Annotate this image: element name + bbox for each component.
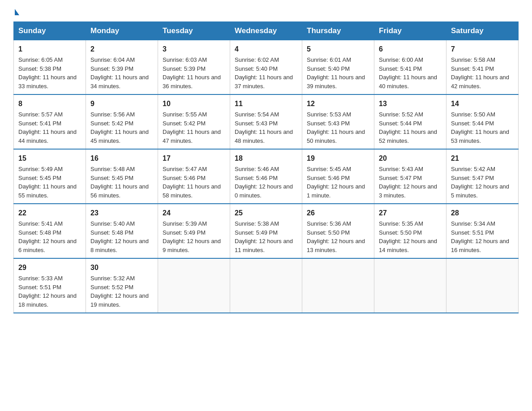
day-info: Sunrise: 5:33 AMSunset: 5:51 PMDaylight:… xyxy=(18,274,81,309)
day-number: 25 xyxy=(235,208,297,218)
day-info: Sunrise: 5:49 AMSunset: 5:45 PMDaylight:… xyxy=(18,165,81,200)
calendar-day-cell: 9Sunrise: 5:56 AMSunset: 5:42 PMDaylight… xyxy=(86,94,158,149)
day-number: 16 xyxy=(90,153,153,164)
calendar-day-cell xyxy=(302,258,374,313)
calendar-day-cell: 26Sunrise: 5:36 AMSunset: 5:50 PMDayligh… xyxy=(302,204,374,258)
day-number: 1 xyxy=(18,44,81,55)
day-info: Sunrise: 5:53 AMSunset: 5:43 PMDaylight:… xyxy=(307,110,369,145)
calendar-day-header: Wednesday xyxy=(230,22,302,40)
calendar-day-cell: 11Sunrise: 5:54 AMSunset: 5:43 PMDayligh… xyxy=(230,94,302,149)
calendar-day-cell: 14Sunrise: 5:50 AMSunset: 5:44 PMDayligh… xyxy=(446,94,519,149)
day-info: Sunrise: 5:39 AMSunset: 5:49 PMDaylight:… xyxy=(163,219,225,254)
calendar-day-header: Thursday xyxy=(302,22,374,40)
calendar-day-cell: 16Sunrise: 5:48 AMSunset: 5:45 PMDayligh… xyxy=(86,149,158,204)
day-info: Sunrise: 5:46 AMSunset: 5:46 PMDaylight:… xyxy=(235,165,297,200)
calendar-day-cell: 2Sunrise: 6:04 AMSunset: 5:39 PMDaylight… xyxy=(86,40,158,95)
calendar-day-cell: 12Sunrise: 5:53 AMSunset: 5:43 PMDayligh… xyxy=(302,94,374,149)
day-number: 17 xyxy=(163,153,225,164)
calendar-day-cell: 15Sunrise: 5:49 AMSunset: 5:45 PMDayligh… xyxy=(14,149,86,204)
calendar-week-row: 15Sunrise: 5:49 AMSunset: 5:45 PMDayligh… xyxy=(14,149,519,204)
calendar-week-row: 29Sunrise: 5:33 AMSunset: 5:51 PMDayligh… xyxy=(14,258,519,313)
day-info: Sunrise: 6:02 AMSunset: 5:40 PMDaylight:… xyxy=(235,56,297,90)
calendar-day-header: Sunday xyxy=(14,22,86,40)
day-number: 3 xyxy=(163,44,225,55)
calendar-day-cell: 24Sunrise: 5:39 AMSunset: 5:49 PMDayligh… xyxy=(158,204,230,258)
day-number: 20 xyxy=(379,153,442,164)
day-info: Sunrise: 6:00 AMSunset: 5:41 PMDaylight:… xyxy=(379,56,442,90)
day-number: 2 xyxy=(90,44,153,55)
calendar-day-cell: 20Sunrise: 5:43 AMSunset: 5:47 PMDayligh… xyxy=(374,149,446,204)
day-info: Sunrise: 5:54 AMSunset: 5:43 PMDaylight:… xyxy=(235,110,297,145)
calendar-table: SundayMondayTuesdayWednesdayThursdayFrid… xyxy=(13,21,519,313)
day-info: Sunrise: 5:55 AMSunset: 5:42 PMDaylight:… xyxy=(163,110,225,145)
calendar-day-cell: 29Sunrise: 5:33 AMSunset: 5:51 PMDayligh… xyxy=(14,258,86,313)
calendar-day-cell: 28Sunrise: 5:34 AMSunset: 5:51 PMDayligh… xyxy=(446,204,519,258)
day-number: 7 xyxy=(451,44,514,55)
calendar-day-cell: 30Sunrise: 5:32 AMSunset: 5:52 PMDayligh… xyxy=(86,258,158,313)
day-number: 22 xyxy=(18,208,81,218)
calendar-day-cell: 22Sunrise: 5:41 AMSunset: 5:48 PMDayligh… xyxy=(14,204,86,258)
day-number: 26 xyxy=(307,208,369,218)
calendar-day-cell: 19Sunrise: 5:45 AMSunset: 5:46 PMDayligh… xyxy=(302,149,374,204)
day-number: 15 xyxy=(18,153,81,164)
day-info: Sunrise: 5:56 AMSunset: 5:42 PMDaylight:… xyxy=(90,110,153,145)
calendar-week-row: 1Sunrise: 6:05 AMSunset: 5:38 PMDaylight… xyxy=(14,40,519,95)
calendar-day-cell: 13Sunrise: 5:52 AMSunset: 5:44 PMDayligh… xyxy=(374,94,446,149)
calendar-week-row: 22Sunrise: 5:41 AMSunset: 5:48 PMDayligh… xyxy=(14,204,519,258)
logo xyxy=(13,9,19,14)
calendar-header-row: SundayMondayTuesdayWednesdayThursdayFrid… xyxy=(14,22,519,40)
calendar-day-header: Monday xyxy=(86,22,158,40)
calendar-day-cell xyxy=(446,258,519,313)
calendar-day-cell: 5Sunrise: 6:01 AMSunset: 5:40 PMDaylight… xyxy=(302,40,374,95)
day-number: 13 xyxy=(379,98,442,109)
day-info: Sunrise: 5:48 AMSunset: 5:45 PMDaylight:… xyxy=(90,165,153,200)
day-number: 6 xyxy=(379,44,442,55)
day-number: 19 xyxy=(307,153,369,164)
day-info: Sunrise: 6:04 AMSunset: 5:39 PMDaylight:… xyxy=(90,56,153,90)
day-number: 11 xyxy=(235,98,297,109)
day-number: 27 xyxy=(379,208,442,218)
calendar-day-cell: 4Sunrise: 6:02 AMSunset: 5:40 PMDaylight… xyxy=(230,40,302,95)
day-number: 28 xyxy=(451,208,514,218)
day-number: 30 xyxy=(90,262,153,273)
day-number: 8 xyxy=(18,98,81,109)
day-info: Sunrise: 6:01 AMSunset: 5:40 PMDaylight:… xyxy=(307,56,369,90)
day-number: 23 xyxy=(90,208,153,218)
day-info: Sunrise: 5:41 AMSunset: 5:48 PMDaylight:… xyxy=(18,219,81,254)
day-number: 18 xyxy=(235,153,297,164)
logo-triangle-icon xyxy=(15,9,19,15)
calendar-day-cell: 25Sunrise: 5:38 AMSunset: 5:49 PMDayligh… xyxy=(230,204,302,258)
calendar-day-header: Friday xyxy=(374,22,446,40)
calendar-day-cell: 10Sunrise: 5:55 AMSunset: 5:42 PMDayligh… xyxy=(158,94,230,149)
calendar-week-row: 8Sunrise: 5:57 AMSunset: 5:41 PMDaylight… xyxy=(14,94,519,149)
calendar-day-cell: 7Sunrise: 5:58 AMSunset: 5:41 PMDaylight… xyxy=(446,40,519,95)
day-info: Sunrise: 5:32 AMSunset: 5:52 PMDaylight:… xyxy=(90,274,153,309)
calendar-day-cell: 3Sunrise: 6:03 AMSunset: 5:39 PMDaylight… xyxy=(158,40,230,95)
day-info: Sunrise: 5:34 AMSunset: 5:51 PMDaylight:… xyxy=(451,219,514,254)
day-info: Sunrise: 5:45 AMSunset: 5:46 PMDaylight:… xyxy=(307,165,369,200)
calendar-day-header: Tuesday xyxy=(158,22,230,40)
day-info: Sunrise: 5:43 AMSunset: 5:47 PMDaylight:… xyxy=(379,165,442,200)
day-info: Sunrise: 5:38 AMSunset: 5:49 PMDaylight:… xyxy=(235,219,297,254)
day-info: Sunrise: 5:57 AMSunset: 5:41 PMDaylight:… xyxy=(18,110,81,145)
day-info: Sunrise: 5:50 AMSunset: 5:44 PMDaylight:… xyxy=(451,110,514,145)
calendar-day-cell: 23Sunrise: 5:40 AMSunset: 5:48 PMDayligh… xyxy=(86,204,158,258)
calendar-day-cell xyxy=(158,258,230,313)
day-info: Sunrise: 5:52 AMSunset: 5:44 PMDaylight:… xyxy=(379,110,442,145)
day-number: 4 xyxy=(235,44,297,55)
day-info: Sunrise: 5:36 AMSunset: 5:50 PMDaylight:… xyxy=(307,219,369,254)
day-info: Sunrise: 6:03 AMSunset: 5:39 PMDaylight:… xyxy=(163,56,225,90)
day-number: 21 xyxy=(451,153,514,164)
day-number: 29 xyxy=(18,262,81,273)
day-number: 10 xyxy=(163,98,225,109)
calendar-day-cell: 17Sunrise: 5:47 AMSunset: 5:46 PMDayligh… xyxy=(158,149,230,204)
calendar-body: 1Sunrise: 6:05 AMSunset: 5:38 PMDaylight… xyxy=(14,40,519,313)
page-header xyxy=(13,9,519,14)
day-number: 24 xyxy=(163,208,225,218)
calendar-day-cell xyxy=(374,258,446,313)
calendar-day-cell: 8Sunrise: 5:57 AMSunset: 5:41 PMDaylight… xyxy=(14,94,86,149)
calendar-day-cell: 21Sunrise: 5:42 AMSunset: 5:47 PMDayligh… xyxy=(446,149,519,204)
calendar-day-header: Saturday xyxy=(446,22,519,40)
day-info: Sunrise: 5:40 AMSunset: 5:48 PMDaylight:… xyxy=(90,219,153,254)
calendar-day-cell: 1Sunrise: 6:05 AMSunset: 5:38 PMDaylight… xyxy=(14,40,86,95)
